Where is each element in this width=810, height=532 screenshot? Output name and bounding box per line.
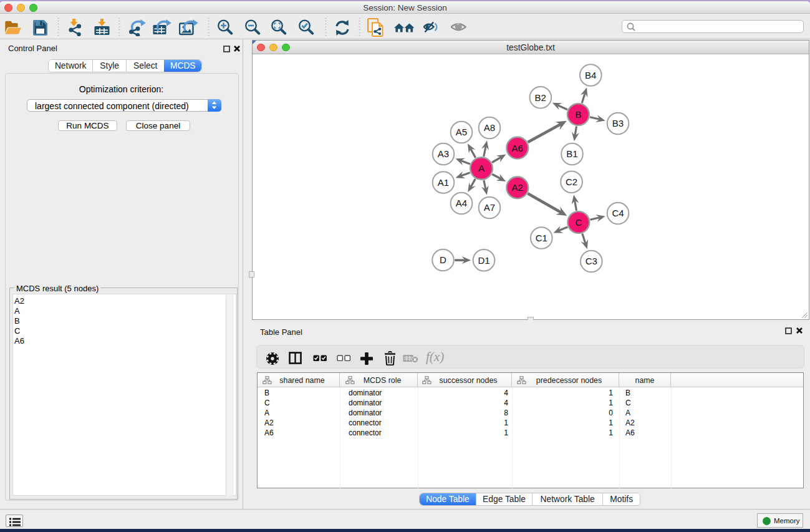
svg-text:C4: C4 [612, 208, 624, 218]
svg-text:A8: A8 [484, 122, 495, 133]
svg-text:C: C [575, 217, 582, 228]
svg-text:A2: A2 [512, 182, 523, 193]
svg-text:D1: D1 [478, 255, 489, 266]
svg-text:A5: A5 [456, 127, 467, 137]
svg-text:D: D [440, 254, 446, 265]
svg-text:A1: A1 [438, 177, 449, 188]
svg-text:C2: C2 [566, 177, 577, 187]
svg-text:A6: A6 [512, 143, 523, 153]
svg-text:A: A [478, 163, 485, 173]
svg-text:B3: B3 [612, 118, 624, 128]
svg-text:B: B [575, 109, 581, 120]
svg-text:A4: A4 [456, 198, 467, 208]
svg-text:B2: B2 [535, 92, 546, 103]
svg-text:C1: C1 [536, 233, 547, 243]
svg-text:A7: A7 [484, 202, 495, 213]
svg-text:A3: A3 [438, 148, 449, 159]
svg-text:B1: B1 [566, 148, 577, 159]
svg-text:C3: C3 [586, 256, 597, 266]
svg-text:B4: B4 [585, 70, 596, 80]
